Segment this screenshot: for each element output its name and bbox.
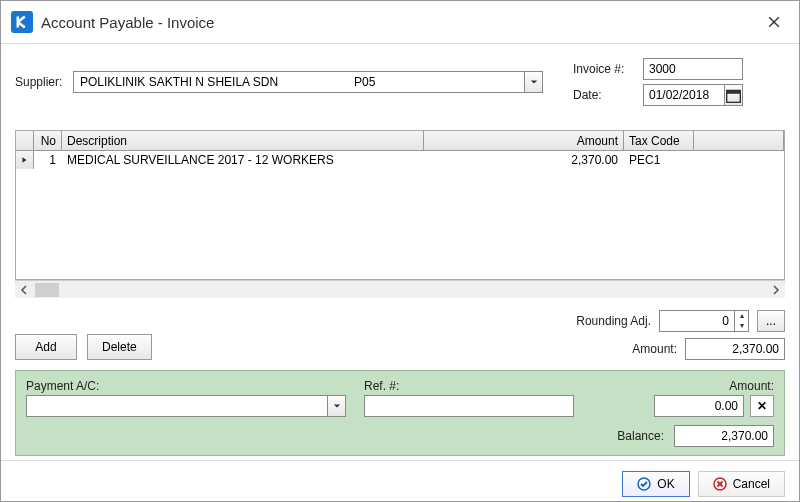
supplier-combo[interactable]: POLIKLINIK SAKTHI N SHEILA SDN P05 bbox=[73, 71, 543, 93]
line-items-grid: No Description Amount Tax Code 1 MEDICAL… bbox=[15, 130, 785, 280]
payment-clear-button[interactable]: ✕ bbox=[750, 395, 774, 417]
title-bar: Account Payable - Invoice bbox=[1, 1, 799, 44]
balance-value: 2,370.00 bbox=[674, 425, 774, 447]
row-indicator-icon bbox=[16, 151, 34, 169]
grid-header-rest bbox=[694, 131, 784, 150]
payment-amount-input[interactable]: 0.00 bbox=[654, 395, 744, 417]
row-taxcode: PEC1 bbox=[624, 151, 694, 169]
scroll-right-button[interactable] bbox=[767, 281, 785, 299]
row-no: 1 bbox=[34, 151, 62, 169]
cancel-label: Cancel bbox=[733, 477, 770, 491]
svg-rect-1 bbox=[727, 90, 741, 93]
supplier-code: P05 bbox=[354, 75, 414, 89]
ok-label: OK bbox=[657, 477, 674, 491]
grid-header: No Description Amount Tax Code bbox=[16, 131, 784, 151]
add-button[interactable]: Add bbox=[15, 334, 77, 360]
close-button[interactable] bbox=[759, 7, 789, 37]
amount-total: 2,370.00 bbox=[685, 338, 785, 360]
grid-header-no[interactable]: No bbox=[34, 131, 62, 150]
delete-button[interactable]: Delete bbox=[87, 334, 152, 360]
supplier-label: Supplier: bbox=[15, 75, 73, 89]
invoice-number-label: Invoice #: bbox=[573, 62, 643, 76]
cancel-button[interactable]: Cancel bbox=[698, 471, 785, 497]
payment-ac-dropdown-button[interactable] bbox=[327, 396, 345, 416]
rounding-label: Rounding Adj. bbox=[576, 314, 651, 328]
supplier-name: POLIKLINIK SAKTHI N SHEILA SDN bbox=[74, 75, 354, 89]
rounding-value: 0 bbox=[660, 311, 734, 331]
ref-input[interactable] bbox=[364, 395, 574, 417]
payment-amount-label: Amount: bbox=[729, 379, 774, 393]
invoice-date-value: 01/02/2018 bbox=[644, 88, 724, 102]
payment-panel: Payment A/C: Ref. #: Amount: 0.00 ✕ bbox=[15, 370, 785, 456]
row-description: MEDICAL SURVEILLANCE 2017 - 12 WORKERS bbox=[62, 151, 424, 169]
grid-row[interactable]: 1 MEDICAL SURVEILLANCE 2017 - 12 WORKERS… bbox=[16, 151, 784, 169]
rounding-spin-up[interactable] bbox=[735, 311, 748, 321]
invoice-date-input[interactable]: 01/02/2018 bbox=[643, 84, 743, 106]
cancel-circle-icon bbox=[713, 477, 727, 491]
grid-header-taxcode[interactable]: Tax Code bbox=[624, 131, 694, 150]
balance-label: Balance: bbox=[617, 429, 664, 443]
scroll-thumb[interactable] bbox=[35, 283, 59, 297]
window-title: Account Payable - Invoice bbox=[41, 14, 759, 31]
invoice-date-label: Date: bbox=[573, 88, 643, 102]
check-circle-icon bbox=[637, 477, 651, 491]
grid-header-amount[interactable]: Amount bbox=[424, 131, 624, 150]
grid-header-description[interactable]: Description bbox=[62, 131, 424, 150]
rounding-input[interactable]: 0 bbox=[659, 310, 749, 332]
grid-header-selector[interactable] bbox=[16, 131, 34, 150]
date-picker-button[interactable] bbox=[724, 85, 742, 105]
row-amount: 2,370.00 bbox=[424, 151, 624, 169]
dialog-buttons: OK Cancel bbox=[1, 460, 799, 502]
rounding-more-button[interactable]: ... bbox=[757, 310, 785, 332]
grid-scrollbar[interactable] bbox=[15, 280, 785, 298]
rounding-spin-down[interactable] bbox=[735, 321, 748, 331]
app-logo bbox=[11, 11, 33, 33]
ref-label: Ref. #: bbox=[364, 379, 574, 393]
payment-ac-label: Payment A/C: bbox=[26, 379, 346, 393]
payment-ac-combo[interactable] bbox=[26, 395, 346, 417]
supplier-dropdown-button[interactable] bbox=[524, 72, 542, 92]
invoice-number-input[interactable] bbox=[643, 58, 743, 80]
amount-label: Amount: bbox=[632, 342, 677, 356]
scroll-left-button[interactable] bbox=[15, 281, 33, 299]
ok-button[interactable]: OK bbox=[622, 471, 689, 497]
